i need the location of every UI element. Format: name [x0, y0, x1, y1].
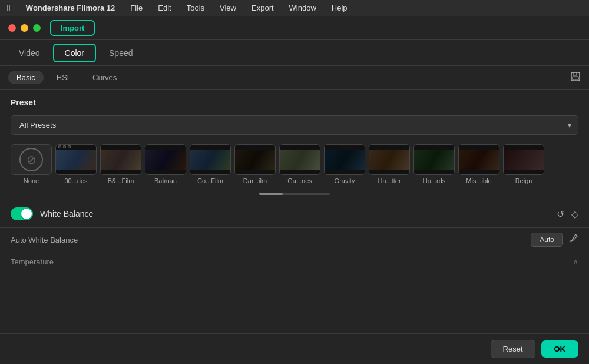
ok-button[interactable]: OK — [541, 340, 579, 358]
import-button[interactable]: Import — [50, 20, 95, 36]
auto-white-balance-label: Auto White Balance — [11, 236, 531, 244]
preset-dropdown-wrapper[interactable]: All Presets My Presets Default ▾ — [11, 115, 578, 135]
scroll-indicator — [0, 190, 589, 200]
subtab-bar: Basic HSL Curves — [0, 66, 589, 90]
main-content: Preset All Presets My Presets Default ▾ … — [0, 90, 589, 333]
white-balance-row: White Balance ↺ ◇ — [0, 200, 589, 227]
white-balance-toggle[interactable] — [11, 207, 33, 220]
tab-speed[interactable]: Speed — [98, 45, 143, 61]
preset-label-bb: B&...Film — [108, 177, 134, 184]
tab-video[interactable]: Video — [8, 45, 51, 61]
menubar:  Wondershare Filmora 12 File Edit Tools… — [0, 0, 589, 16]
menu-view[interactable]: View — [217, 2, 239, 14]
preset-film-dar — [235, 144, 275, 175]
preset-item-gravity[interactable]: Gravity — [324, 144, 365, 184]
preset-film-co — [190, 144, 230, 175]
collapse-icon: ∧ — [573, 257, 578, 266]
preset-item-batman[interactable]: Batman — [145, 144, 186, 184]
auto-button[interactable]: Auto — [531, 233, 563, 247]
menu-help[interactable]: Help — [329, 2, 350, 14]
subtab-basic[interactable]: Basic — [8, 71, 44, 84]
eyedropper-button[interactable] — [568, 233, 578, 246]
preset-label-ho: Ho...rds — [423, 177, 446, 184]
preset-label-co: Co...Film — [197, 177, 223, 184]
maximize-button[interactable] — [33, 24, 41, 32]
preset-film-gravity — [325, 144, 365, 175]
scroll-track — [259, 193, 330, 195]
preset-label-none: None — [24, 177, 39, 184]
subtab-curves[interactable]: Curves — [84, 71, 125, 84]
menu-edit[interactable]: Edit — [155, 2, 173, 14]
reset-button[interactable]: Reset — [491, 340, 535, 358]
close-button[interactable] — [8, 24, 16, 32]
subtab-hsl[interactable]: HSL — [48, 71, 80, 84]
preset-thumb-none: ⊘ — [11, 144, 52, 175]
preset-thumb-reign — [503, 144, 544, 175]
preset-film-reign — [504, 144, 544, 175]
preset-label-reign: Reign — [515, 177, 532, 184]
preset-thumb-batman — [145, 144, 186, 175]
save-icon-button[interactable] — [570, 71, 581, 84]
none-icon: ⊘ — [19, 148, 43, 171]
reset-icon-button[interactable]: ↺ — [557, 209, 564, 220]
preset-section-header: Preset — [0, 90, 589, 112]
preset-thumb-ha — [369, 144, 410, 175]
app-name: Wondershare Filmora 12 — [24, 2, 117, 14]
titlebar: Import — [0, 16, 589, 40]
presets-row: ⊘ None 00.. — [0, 138, 589, 190]
preset-item-dar[interactable]: Dar...ilm — [234, 144, 276, 184]
white-balance-label: White Balance — [40, 209, 557, 219]
preset-film-00 — [56, 144, 96, 175]
preset-thumb-bb — [100, 144, 141, 175]
preset-item-reign[interactable]: Reign — [503, 144, 544, 184]
preset-item-ha[interactable]: Ha...tter — [369, 144, 410, 184]
preset-dropdown-row: All Presets My Presets Default ▾ — [0, 112, 589, 138]
preset-thumb-gravity — [324, 144, 365, 175]
preset-item-bb[interactable]: B&...Film — [100, 144, 141, 184]
toggle-knob — [21, 209, 32, 219]
menu-export[interactable]: Export — [249, 2, 276, 14]
menu-file[interactable]: File — [128, 2, 145, 14]
traffic-lights — [8, 24, 41, 32]
tab-color[interactable]: Color — [53, 44, 96, 62]
svg-rect-2 — [573, 77, 578, 80]
preset-label-00: 00...ries — [64, 177, 87, 184]
preset-item-co[interactable]: Co...Film — [190, 144, 231, 184]
preset-item-ga[interactable]: Ga...nes — [279, 144, 320, 184]
bottom-bar: Reset OK — [0, 333, 589, 364]
preset-item-mis[interactable]: Mis...ible — [458, 144, 499, 184]
scroll-thumb — [259, 193, 283, 195]
preset-thumb-mis — [458, 144, 499, 175]
menu-tools[interactable]: Tools — [184, 2, 207, 14]
preset-item-00[interactable]: 00...ries — [55, 144, 97, 184]
preset-film-mis — [459, 144, 499, 175]
preset-item-none[interactable]: ⊘ None — [11, 144, 52, 184]
preset-label-ga: Ga...nes — [287, 177, 312, 184]
apple-menu[interactable]:  — [7, 3, 11, 14]
menu-window[interactable]: Window — [287, 2, 319, 14]
diamond-icon-button[interactable]: ◇ — [571, 209, 578, 220]
preset-thumb-co — [190, 144, 231, 175]
preset-thumb-00 — [55, 144, 97, 175]
white-balance-icons: ↺ ◇ — [557, 209, 578, 220]
temperature-label: Temperature — [11, 257, 573, 266]
preset-thumb-ho — [413, 144, 455, 175]
preset-thumb-ga — [279, 144, 320, 175]
temperature-row[interactable]: Temperature ∧ — [0, 254, 589, 271]
preset-label-gravity: Gravity — [335, 177, 355, 184]
preset-film-ga — [280, 144, 320, 175]
minimize-button[interactable] — [21, 24, 28, 32]
preset-film-ha — [369, 144, 409, 175]
preset-film-bb — [101, 144, 141, 175]
preset-label-mis: Mis...ible — [466, 177, 491, 184]
preset-label-batman: Batman — [154, 177, 177, 184]
preset-dropdown-select[interactable]: All Presets My Presets Default — [11, 115, 578, 135]
auto-white-balance-row: Auto White Balance Auto — [0, 228, 589, 254]
preset-film-batman — [145, 144, 186, 175]
preset-film-ho — [414, 144, 454, 175]
tab-bar: Video Color Speed — [0, 40, 589, 66]
preset-thumb-dar — [234, 144, 276, 175]
preset-item-ho[interactable]: Ho...rds — [413, 144, 455, 184]
preset-label-ha: Ha...tter — [378, 177, 401, 184]
preset-label-dar: Dar...ilm — [243, 177, 267, 184]
